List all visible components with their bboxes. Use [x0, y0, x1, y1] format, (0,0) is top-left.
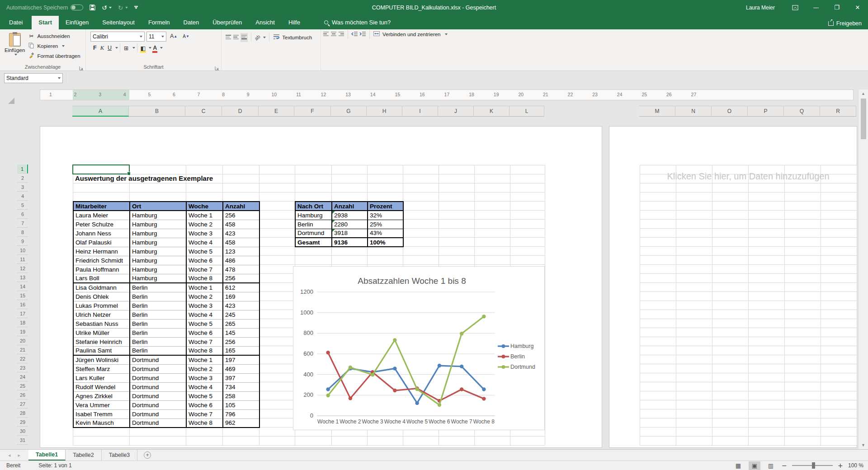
cell[interactable]: Dortmund [130, 391, 186, 400]
zoom-slider-thumb[interactable] [812, 462, 815, 469]
sheet-nav-left-icon[interactable]: ◂ [8, 452, 11, 458]
scroll-down-icon[interactable]: ▼ [861, 441, 865, 449]
sheet-tab-tabelle1[interactable]: Tabelle1 [28, 450, 66, 461]
row-header-13[interactable]: 13 [17, 273, 28, 282]
row-header-29[interactable]: 29 [17, 418, 28, 427]
worksheet-page-1[interactable]: Auswertung der ausgetragenen Exemplare M… [40, 126, 602, 448]
view-normal-icon[interactable]: ▦ [732, 461, 744, 470]
align-middle-icon[interactable] [233, 33, 239, 42]
tab-einfuegen[interactable]: Einfügen [59, 16, 95, 29]
row-header-9[interactable]: 9 [17, 237, 28, 246]
cell[interactable]: 100% [368, 238, 403, 247]
cell[interactable]: Rudolf Wendel [73, 382, 130, 391]
cell[interactable]: Woche 7 [186, 265, 223, 274]
paste-button[interactable]: Einfügen [2, 31, 28, 61]
cell[interactable]: Dortmund [130, 355, 186, 364]
column-header-A[interactable]: A [72, 106, 129, 117]
row-header-26[interactable]: 26 [17, 390, 28, 400]
font-color-button[interactable]: A [151, 43, 158, 52]
cell[interactable]: Woche 5 [186, 319, 223, 328]
cell[interactable]: Peter Schulze [73, 220, 130, 229]
cut-button[interactable]: ✂Ausschneiden [28, 31, 80, 41]
number-format-select[interactable]: Standard [4, 73, 63, 83]
row-header-21[interactable]: 21 [17, 345, 28, 354]
ribbon-display-options-button[interactable] [785, 0, 806, 15]
view-page-break-icon[interactable]: ▥ [765, 461, 777, 470]
cell[interactable]: 796 [223, 409, 259, 418]
vertical-scrollbar[interactable]: ▲ ▼ [858, 89, 868, 449]
cell[interactable]: Berlin [295, 220, 332, 229]
cell[interactable]: Dortmund [130, 400, 186, 409]
cell[interactable]: 25% [368, 220, 403, 229]
cell[interactable]: Paula Hoffmann [73, 265, 130, 274]
column-header-I[interactable]: I [402, 106, 438, 117]
summary-table-header[interactable]: Prozent [368, 202, 403, 211]
cell[interactable]: Stefanie Heinrich [73, 337, 130, 346]
undo-button[interactable]: ↺ [102, 5, 112, 11]
cell[interactable]: Jürgen Wolinski [73, 355, 130, 364]
row-header-23[interactable]: 23 [17, 363, 28, 372]
cell[interactable]: Berlin [130, 328, 186, 337]
cell[interactable]: Olaf Palauski [73, 238, 130, 247]
column-header-C[interactable]: C [185, 106, 222, 117]
tab-ueberpruefen[interactable]: Überprüfen [206, 16, 249, 29]
cell[interactable]: Woche 6 [186, 400, 223, 409]
cell[interactable]: Hamburg [130, 256, 186, 265]
cell[interactable]: 43% [368, 229, 403, 238]
column-header-K[interactable]: K [474, 106, 509, 117]
row-header-24[interactable]: 24 [17, 372, 28, 381]
row-header-27[interactable]: 27 [17, 400, 28, 409]
column-header-M[interactable]: M [639, 106, 675, 117]
column-header-J[interactable]: J [438, 106, 474, 117]
row-header-20[interactable]: 20 [17, 336, 28, 345]
cell[interactable]: Berlin [130, 301, 186, 310]
row-header-14[interactable]: 14 [17, 282, 28, 291]
cell[interactable]: 265 [223, 319, 259, 328]
cell[interactable]: Dortmund [130, 382, 186, 391]
worksheet-page-2[interactable]: Klicken Sie hier, um Daten hinzuzufügen [609, 126, 857, 448]
cell[interactable]: 612 [223, 283, 259, 292]
row-header-6[interactable]: 6 [17, 210, 28, 219]
column-header-G[interactable]: G [331, 106, 367, 117]
summary-table-header[interactable]: Nach Ort [295, 202, 332, 211]
cell[interactable]: Woche 3 [186, 229, 223, 238]
row-header-18[interactable]: 18 [17, 318, 28, 327]
cell[interactable]: 105 [223, 400, 259, 409]
cell[interactable]: Berlin [130, 337, 186, 346]
customize-quick-access-button[interactable] [134, 6, 138, 9]
grow-font-button[interactable]: A▲ [168, 32, 179, 41]
cell[interactable]: 256 [223, 211, 259, 220]
scrollbar-thumb[interactable] [861, 99, 866, 139]
row-header-7[interactable]: 7 [17, 219, 28, 228]
close-button[interactable]: ✕ [847, 0, 868, 15]
cell[interactable]: Dortmund [130, 364, 186, 373]
cell[interactable]: 123 [223, 247, 259, 256]
column-header-B[interactable]: B [129, 106, 185, 117]
cell[interactable]: Isabel Tremm [73, 409, 130, 418]
row-header-17[interactable]: 17 [17, 309, 28, 318]
line-chart[interactable]: Absatzzahlen Woche 1 bis 802004006008001… [293, 266, 545, 430]
font-name-select[interactable]: Calibri [90, 32, 145, 42]
cell[interactable]: Lars Kuller [73, 373, 130, 382]
cell[interactable]: Hamburg [130, 211, 186, 220]
add-sheet-button[interactable]: + [144, 451, 151, 459]
dialog-launcher-font[interactable] [215, 64, 220, 70]
copy-button[interactable]: Kopieren [28, 41, 80, 51]
cell[interactable]: 458 [223, 220, 259, 229]
cell[interactable]: Dortmund [130, 409, 186, 418]
cell[interactable]: Sebastian Nuss [73, 319, 130, 328]
cell[interactable]: 256 [223, 337, 259, 346]
column-header-L[interactable]: L [509, 106, 544, 117]
cell[interactable]: 245 [223, 310, 259, 319]
redo-button[interactable]: ↻ [118, 5, 128, 11]
sheet-title-text[interactable]: Auswertung der ausgetragenen Exemplare [75, 174, 213, 183]
cell[interactable]: Agnes Zirkkel [73, 391, 130, 400]
column-header-F[interactable]: F [294, 106, 331, 117]
share-button[interactable]: Freigeben [828, 20, 862, 27]
row-header-30[interactable]: 30 [17, 427, 28, 436]
cell[interactable]: 169 [223, 292, 259, 301]
selected-cell-a1[interactable] [72, 164, 130, 174]
cell[interactable]: Johann Ness [73, 229, 130, 238]
row-header-8[interactable]: 8 [17, 228, 28, 237]
row-header-16[interactable]: 16 [17, 300, 28, 309]
